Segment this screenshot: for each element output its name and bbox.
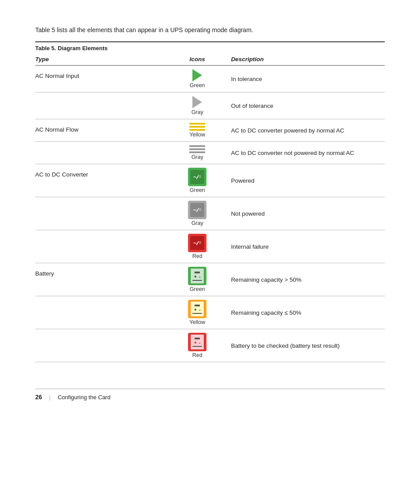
table-title: Table 5. Diagram Elements (35, 41, 385, 53)
table-row: Gray AC to DC converter not powered by n… (35, 142, 385, 164)
icon-label: Red (192, 253, 203, 259)
icon-label: Gray (192, 109, 203, 115)
table-row: +- Red Battery to be checked (battery te… (35, 329, 385, 362)
diagram-elements-table: Type Icons Description AC Normal Input G… (35, 53, 385, 362)
footer: 26 | Configuring the Card (35, 389, 385, 401)
converter-red-icon: ~ / = (188, 234, 206, 252)
icon-cell: +- Green (168, 263, 231, 296)
icon-label: Green (190, 82, 205, 88)
type-cell (35, 142, 168, 164)
battery-green-icon: +- (188, 267, 206, 285)
icon-label: Green (190, 286, 205, 292)
icon-label: Gray (192, 154, 203, 160)
description-cell: Powered (231, 164, 385, 197)
description-cell: Not powered (231, 197, 385, 230)
icon-cell: ~ / = Red (168, 230, 231, 263)
triangle-green-icon (192, 69, 202, 81)
type-cell (35, 92, 168, 119)
table-row: AC to DC Converter ~ / = Green (35, 164, 385, 197)
type-cell: Battery (35, 263, 168, 296)
footer-separator: | (49, 394, 51, 401)
description-cell: In tolerance (231, 66, 385, 92)
icon-label: Yellow (189, 319, 205, 325)
table-row: AC Normal Flow Yellow AC to DC converter… (35, 119, 385, 142)
table-row: Gray Out of tolerance (35, 92, 385, 119)
icon-cell: Gray (168, 92, 231, 119)
flow-lines-yellow-icon (189, 123, 205, 131)
icon-label: Yellow (189, 132, 205, 138)
icon-cell: +- Red (168, 329, 231, 362)
description-cell: Internal failure (231, 230, 385, 263)
icon-cell: +- Yellow (168, 296, 231, 329)
type-cell: AC Normal Flow (35, 119, 168, 142)
icon-cell: Yellow (168, 119, 231, 142)
converter-gray-icon: ~ / = (188, 201, 206, 219)
triangle-gray-icon (192, 96, 202, 108)
description-cell: Battery to be checked (battery test resu… (231, 329, 385, 362)
type-cell: AC Normal Input (35, 66, 168, 92)
footer-text: Configuring the Card (58, 394, 111, 401)
table-row: +- Yellow Remaining capacity ≤ 50% (35, 296, 385, 329)
description-cell: Remaining capacity > 50% (231, 263, 385, 296)
description-cell: Out of tolerance (231, 92, 385, 119)
flow-lines-gray-icon (189, 145, 205, 153)
icon-cell: ~ / = Green (168, 164, 231, 197)
table-row: ~ / = Red Internal failure (35, 230, 385, 263)
table-row: AC Normal Input Green In tolerance (35, 66, 385, 92)
table-row: Battery +- Green Remaining c (35, 263, 385, 296)
type-cell: AC to DC Converter (35, 164, 168, 197)
icon-cell: Gray (168, 142, 231, 164)
type-cell (35, 230, 168, 263)
icon-label: Red (192, 352, 203, 358)
description-cell: AC to DC converter powered by normal AC (231, 119, 385, 142)
description-cell: AC to DC converter not powered by normal… (231, 142, 385, 164)
battery-red-icon: +- (188, 333, 206, 351)
intro-text: Table 5 lists all the elements that can … (35, 26, 385, 33)
icon-label: Green (190, 187, 205, 193)
battery-yellow-icon: +- (188, 300, 206, 318)
icon-cell: Green (168, 66, 231, 92)
converter-green-icon: ~ / = (188, 168, 206, 186)
type-cell (35, 197, 168, 230)
icon-cell: ~ / = Gray (168, 197, 231, 230)
type-cell (35, 329, 168, 362)
footer-page-number: 26 (35, 394, 42, 401)
table-row: ~ / = Gray Not powered (35, 197, 385, 230)
col-header-description: Description (231, 53, 385, 66)
description-cell: Remaining capacity ≤ 50% (231, 296, 385, 329)
col-header-icons: Icons (168, 53, 231, 66)
icon-label: Gray (192, 220, 203, 226)
col-header-type: Type (35, 53, 168, 66)
type-cell (35, 296, 168, 329)
